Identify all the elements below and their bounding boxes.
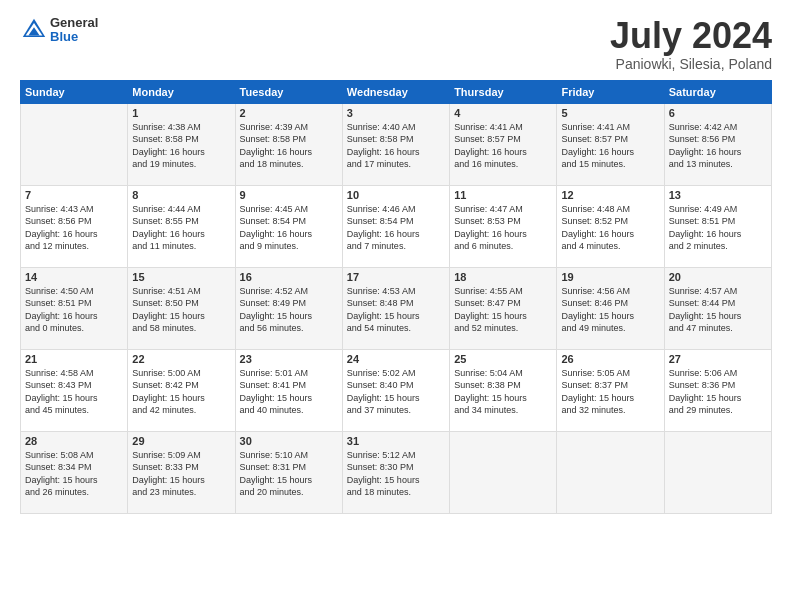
day-cell: 14Sunrise: 4:50 AM Sunset: 8:51 PM Dayli… xyxy=(21,267,128,349)
day-cell: 21Sunrise: 4:58 AM Sunset: 8:43 PM Dayli… xyxy=(21,349,128,431)
day-info: Sunrise: 5:09 AM Sunset: 8:33 PM Dayligh… xyxy=(132,449,230,499)
day-cell: 5Sunrise: 4:41 AM Sunset: 8:57 PM Daylig… xyxy=(557,103,664,185)
day-cell xyxy=(21,103,128,185)
day-cell xyxy=(664,431,771,513)
day-info: Sunrise: 5:10 AM Sunset: 8:31 PM Dayligh… xyxy=(240,449,338,499)
day-cell: 9Sunrise: 4:45 AM Sunset: 8:54 PM Daylig… xyxy=(235,185,342,267)
day-number: 2 xyxy=(240,107,338,119)
day-number: 18 xyxy=(454,271,552,283)
col-tuesday: Tuesday xyxy=(235,80,342,103)
day-number: 9 xyxy=(240,189,338,201)
col-friday: Friday xyxy=(557,80,664,103)
day-number: 8 xyxy=(132,189,230,201)
day-number: 6 xyxy=(669,107,767,119)
day-cell xyxy=(557,431,664,513)
day-cell: 3Sunrise: 4:40 AM Sunset: 8:58 PM Daylig… xyxy=(342,103,449,185)
day-info: Sunrise: 4:52 AM Sunset: 8:49 PM Dayligh… xyxy=(240,285,338,335)
day-info: Sunrise: 5:00 AM Sunset: 8:42 PM Dayligh… xyxy=(132,367,230,417)
calendar-title: July 2024 xyxy=(610,16,772,56)
logo: General Blue xyxy=(20,16,98,45)
logo-general-text: General xyxy=(50,16,98,30)
col-saturday: Saturday xyxy=(664,80,771,103)
day-cell: 2Sunrise: 4:39 AM Sunset: 8:58 PM Daylig… xyxy=(235,103,342,185)
day-info: Sunrise: 5:12 AM Sunset: 8:30 PM Dayligh… xyxy=(347,449,445,499)
day-info: Sunrise: 4:45 AM Sunset: 8:54 PM Dayligh… xyxy=(240,203,338,253)
day-number: 10 xyxy=(347,189,445,201)
day-cell: 17Sunrise: 4:53 AM Sunset: 8:48 PM Dayli… xyxy=(342,267,449,349)
day-info: Sunrise: 4:38 AM Sunset: 8:58 PM Dayligh… xyxy=(132,121,230,171)
logo-icon xyxy=(20,16,48,44)
day-cell: 19Sunrise: 4:56 AM Sunset: 8:46 PM Dayli… xyxy=(557,267,664,349)
day-number: 27 xyxy=(669,353,767,365)
day-cell: 7Sunrise: 4:43 AM Sunset: 8:56 PM Daylig… xyxy=(21,185,128,267)
page: General Blue July 2024 Paniowki, Silesia… xyxy=(0,0,792,612)
day-cell: 12Sunrise: 4:48 AM Sunset: 8:52 PM Dayli… xyxy=(557,185,664,267)
day-cell xyxy=(450,431,557,513)
day-cell: 6Sunrise: 4:42 AM Sunset: 8:56 PM Daylig… xyxy=(664,103,771,185)
day-cell: 18Sunrise: 4:55 AM Sunset: 8:47 PM Dayli… xyxy=(450,267,557,349)
day-number: 22 xyxy=(132,353,230,365)
day-info: Sunrise: 5:02 AM Sunset: 8:40 PM Dayligh… xyxy=(347,367,445,417)
day-number: 1 xyxy=(132,107,230,119)
day-cell: 27Sunrise: 5:06 AM Sunset: 8:36 PM Dayli… xyxy=(664,349,771,431)
day-number: 29 xyxy=(132,435,230,447)
day-info: Sunrise: 5:08 AM Sunset: 8:34 PM Dayligh… xyxy=(25,449,123,499)
col-wednesday: Wednesday xyxy=(342,80,449,103)
day-cell: 11Sunrise: 4:47 AM Sunset: 8:53 PM Dayli… xyxy=(450,185,557,267)
day-cell: 8Sunrise: 4:44 AM Sunset: 8:55 PM Daylig… xyxy=(128,185,235,267)
day-number: 14 xyxy=(25,271,123,283)
day-info: Sunrise: 4:41 AM Sunset: 8:57 PM Dayligh… xyxy=(561,121,659,171)
day-number: 21 xyxy=(25,353,123,365)
day-info: Sunrise: 5:06 AM Sunset: 8:36 PM Dayligh… xyxy=(669,367,767,417)
day-info: Sunrise: 4:48 AM Sunset: 8:52 PM Dayligh… xyxy=(561,203,659,253)
day-cell: 25Sunrise: 5:04 AM Sunset: 8:38 PM Dayli… xyxy=(450,349,557,431)
day-info: Sunrise: 5:01 AM Sunset: 8:41 PM Dayligh… xyxy=(240,367,338,417)
day-number: 31 xyxy=(347,435,445,447)
day-cell: 15Sunrise: 4:51 AM Sunset: 8:50 PM Dayli… xyxy=(128,267,235,349)
title-block: July 2024 Paniowki, Silesia, Poland xyxy=(610,16,772,72)
day-cell: 30Sunrise: 5:10 AM Sunset: 8:31 PM Dayli… xyxy=(235,431,342,513)
calendar-table: Sunday Monday Tuesday Wednesday Thursday… xyxy=(20,80,772,514)
calendar-subtitle: Paniowki, Silesia, Poland xyxy=(610,56,772,72)
day-info: Sunrise: 4:44 AM Sunset: 8:55 PM Dayligh… xyxy=(132,203,230,253)
day-info: Sunrise: 4:56 AM Sunset: 8:46 PM Dayligh… xyxy=(561,285,659,335)
col-monday: Monday xyxy=(128,80,235,103)
day-cell: 16Sunrise: 4:52 AM Sunset: 8:49 PM Dayli… xyxy=(235,267,342,349)
day-number: 20 xyxy=(669,271,767,283)
day-number: 3 xyxy=(347,107,445,119)
day-number: 24 xyxy=(347,353,445,365)
day-info: Sunrise: 4:43 AM Sunset: 8:56 PM Dayligh… xyxy=(25,203,123,253)
header-row: Sunday Monday Tuesday Wednesday Thursday… xyxy=(21,80,772,103)
day-number: 15 xyxy=(132,271,230,283)
day-number: 30 xyxy=(240,435,338,447)
day-info: Sunrise: 4:41 AM Sunset: 8:57 PM Dayligh… xyxy=(454,121,552,171)
day-info: Sunrise: 4:39 AM Sunset: 8:58 PM Dayligh… xyxy=(240,121,338,171)
day-cell: 10Sunrise: 4:46 AM Sunset: 8:54 PM Dayli… xyxy=(342,185,449,267)
day-number: 28 xyxy=(25,435,123,447)
day-number: 26 xyxy=(561,353,659,365)
day-info: Sunrise: 4:58 AM Sunset: 8:43 PM Dayligh… xyxy=(25,367,123,417)
week-row-1: 1Sunrise: 4:38 AM Sunset: 8:58 PM Daylig… xyxy=(21,103,772,185)
day-number: 4 xyxy=(454,107,552,119)
day-number: 11 xyxy=(454,189,552,201)
day-cell: 29Sunrise: 5:09 AM Sunset: 8:33 PM Dayli… xyxy=(128,431,235,513)
week-row-3: 14Sunrise: 4:50 AM Sunset: 8:51 PM Dayli… xyxy=(21,267,772,349)
col-sunday: Sunday xyxy=(21,80,128,103)
day-cell: 24Sunrise: 5:02 AM Sunset: 8:40 PM Dayli… xyxy=(342,349,449,431)
day-number: 7 xyxy=(25,189,123,201)
week-row-2: 7Sunrise: 4:43 AM Sunset: 8:56 PM Daylig… xyxy=(21,185,772,267)
header: General Blue July 2024 Paniowki, Silesia… xyxy=(20,16,772,72)
day-info: Sunrise: 4:42 AM Sunset: 8:56 PM Dayligh… xyxy=(669,121,767,171)
day-cell: 4Sunrise: 4:41 AM Sunset: 8:57 PM Daylig… xyxy=(450,103,557,185)
logo-text: General Blue xyxy=(50,16,98,45)
day-number: 19 xyxy=(561,271,659,283)
day-number: 25 xyxy=(454,353,552,365)
day-info: Sunrise: 4:49 AM Sunset: 8:51 PM Dayligh… xyxy=(669,203,767,253)
day-info: Sunrise: 4:50 AM Sunset: 8:51 PM Dayligh… xyxy=(25,285,123,335)
col-thursday: Thursday xyxy=(450,80,557,103)
day-cell: 13Sunrise: 4:49 AM Sunset: 8:51 PM Dayli… xyxy=(664,185,771,267)
day-info: Sunrise: 4:51 AM Sunset: 8:50 PM Dayligh… xyxy=(132,285,230,335)
day-number: 17 xyxy=(347,271,445,283)
day-cell: 26Sunrise: 5:05 AM Sunset: 8:37 PM Dayli… xyxy=(557,349,664,431)
day-info: Sunrise: 4:40 AM Sunset: 8:58 PM Dayligh… xyxy=(347,121,445,171)
